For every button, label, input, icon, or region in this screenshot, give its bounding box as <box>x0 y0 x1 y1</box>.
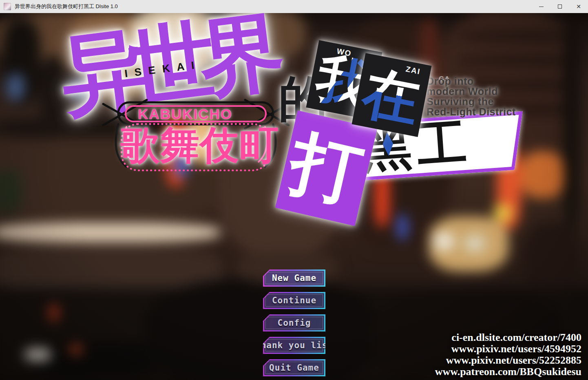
tagline-line: modern World <box>427 86 516 97</box>
link-patreon: www.patreon.com/BBQsukidesu <box>435 366 581 378</box>
maximize-icon <box>558 4 562 9</box>
quit-game-button[interactable]: Quit Game <box>263 359 325 376</box>
tagline-line: Surviving the <box>427 97 516 107</box>
app-icon <box>4 3 11 10</box>
logo-tile-zai: ZAI 在 <box>352 53 432 137</box>
creator-links: ci-en.dlsite.com/creator/7400 www.pixiv.… <box>435 332 581 378</box>
minimize-icon <box>539 7 544 7</box>
button-label: Thank you list <box>263 337 325 354</box>
window-controls: ✕ <box>532 0 588 13</box>
link-ci-en: ci-en.dlsite.com/creator/7400 <box>435 332 581 343</box>
button-label: New Game <box>263 270 325 287</box>
maximize-button[interactable] <box>550 0 569 13</box>
minimize-button[interactable] <box>532 0 550 13</box>
logo-kabukicho-chars: 歌舞伎町 <box>121 126 279 165</box>
logo-kabukicho-text: KABUKICHO <box>138 106 232 122</box>
continue-button[interactable]: Continue <box>263 292 325 309</box>
window-titlebar: 异世界出身的我在歌舞伎町打黑工 Dlsite 1.0 ✕ <box>0 0 588 13</box>
tile-da-char: 打 <box>284 126 368 210</box>
link-pixiv-1: www.pixiv.net/users/4594952 <box>435 343 581 355</box>
link-pixiv-2: www.pixiv.net/users/52252885 <box>435 355 581 366</box>
close-icon: ✕ <box>576 4 581 9</box>
window-title: 异世界出身的我在歌舞伎町打黑工 Dlsite 1.0 <box>15 3 118 10</box>
button-label: Continue <box>263 292 325 309</box>
tagline-line: Drop into <box>427 76 516 86</box>
button-label: Config <box>263 314 325 331</box>
config-button[interactable]: Config <box>263 314 325 331</box>
tile-zai-char: 在 <box>353 62 430 130</box>
main-menu: New Game Continue Config Thank you list <box>263 270 325 380</box>
button-label: Quit Game <box>263 359 325 376</box>
logo-tagline: Drop into modern World Surviving the Red… <box>427 76 516 117</box>
tagline-line: Red-Light District <box>427 107 516 117</box>
new-game-button[interactable]: New Game <box>263 270 325 287</box>
thank-you-list-button[interactable]: Thank you list <box>263 337 325 354</box>
close-button[interactable]: ✕ <box>569 0 588 13</box>
game-screen: GA 异世界 ISEKAI KABUKICHO 歌舞伎町 的 WO 我 ZAI … <box>0 13 588 380</box>
app-window: 异世界出身的我在歌舞伎町打黑工 Dlsite 1.0 ✕ <box>0 0 588 380</box>
